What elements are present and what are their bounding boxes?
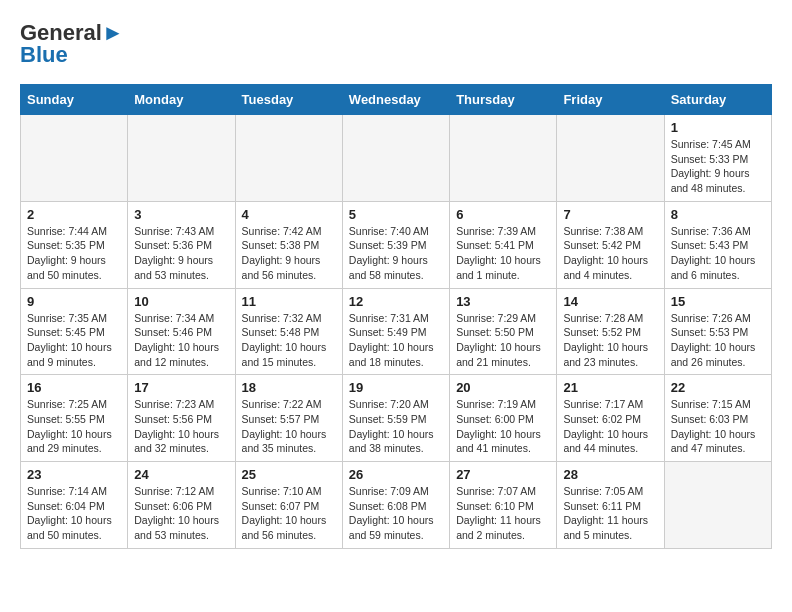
day-info: Sunrise: 7:40 AM Sunset: 5:39 PM Dayligh… xyxy=(349,224,443,283)
calendar-cell: 21Sunrise: 7:17 AM Sunset: 6:02 PM Dayli… xyxy=(557,375,664,462)
calendar-cell: 4Sunrise: 7:42 AM Sunset: 5:38 PM Daylig… xyxy=(235,201,342,288)
day-number: 18 xyxy=(242,380,336,395)
day-info: Sunrise: 7:12 AM Sunset: 6:06 PM Dayligh… xyxy=(134,484,228,543)
day-number: 5 xyxy=(349,207,443,222)
calendar-cell: 10Sunrise: 7:34 AM Sunset: 5:46 PM Dayli… xyxy=(128,288,235,375)
calendar-cell: 1Sunrise: 7:45 AM Sunset: 5:33 PM Daylig… xyxy=(664,115,771,202)
day-number: 19 xyxy=(349,380,443,395)
day-info: Sunrise: 7:39 AM Sunset: 5:41 PM Dayligh… xyxy=(456,224,550,283)
day-number: 11 xyxy=(242,294,336,309)
calendar-cell: 24Sunrise: 7:12 AM Sunset: 6:06 PM Dayli… xyxy=(128,462,235,549)
calendar-cell: 25Sunrise: 7:10 AM Sunset: 6:07 PM Dayli… xyxy=(235,462,342,549)
day-info: Sunrise: 7:07 AM Sunset: 6:10 PM Dayligh… xyxy=(456,484,550,543)
day-info: Sunrise: 7:05 AM Sunset: 6:11 PM Dayligh… xyxy=(563,484,657,543)
day-number: 25 xyxy=(242,467,336,482)
calendar-cell xyxy=(235,115,342,202)
day-number: 10 xyxy=(134,294,228,309)
calendar-week-row: 23Sunrise: 7:14 AM Sunset: 6:04 PM Dayli… xyxy=(21,462,772,549)
day-info: Sunrise: 7:38 AM Sunset: 5:42 PM Dayligh… xyxy=(563,224,657,283)
calendar-cell: 2Sunrise: 7:44 AM Sunset: 5:35 PM Daylig… xyxy=(21,201,128,288)
calendar-week-row: 1Sunrise: 7:45 AM Sunset: 5:33 PM Daylig… xyxy=(21,115,772,202)
day-number: 24 xyxy=(134,467,228,482)
calendar-cell: 12Sunrise: 7:31 AM Sunset: 5:49 PM Dayli… xyxy=(342,288,449,375)
day-number: 4 xyxy=(242,207,336,222)
day-info: Sunrise: 7:22 AM Sunset: 5:57 PM Dayligh… xyxy=(242,397,336,456)
calendar-cell: 22Sunrise: 7:15 AM Sunset: 6:03 PM Dayli… xyxy=(664,375,771,462)
calendar-cell: 28Sunrise: 7:05 AM Sunset: 6:11 PM Dayli… xyxy=(557,462,664,549)
calendar-cell: 3Sunrise: 7:43 AM Sunset: 5:36 PM Daylig… xyxy=(128,201,235,288)
day-info: Sunrise: 7:35 AM Sunset: 5:45 PM Dayligh… xyxy=(27,311,121,370)
weekday-header: Sunday xyxy=(21,85,128,115)
day-number: 22 xyxy=(671,380,765,395)
weekday-header: Thursday xyxy=(450,85,557,115)
day-number: 15 xyxy=(671,294,765,309)
day-info: Sunrise: 7:23 AM Sunset: 5:56 PM Dayligh… xyxy=(134,397,228,456)
day-info: Sunrise: 7:26 AM Sunset: 5:53 PM Dayligh… xyxy=(671,311,765,370)
day-number: 9 xyxy=(27,294,121,309)
page-header: General► Blue xyxy=(20,20,772,68)
day-info: Sunrise: 7:25 AM Sunset: 5:55 PM Dayligh… xyxy=(27,397,121,456)
calendar-cell xyxy=(128,115,235,202)
day-info: Sunrise: 7:43 AM Sunset: 5:36 PM Dayligh… xyxy=(134,224,228,283)
day-info: Sunrise: 7:29 AM Sunset: 5:50 PM Dayligh… xyxy=(456,311,550,370)
calendar-week-row: 9Sunrise: 7:35 AM Sunset: 5:45 PM Daylig… xyxy=(21,288,772,375)
day-info: Sunrise: 7:20 AM Sunset: 5:59 PM Dayligh… xyxy=(349,397,443,456)
day-number: 27 xyxy=(456,467,550,482)
day-number: 1 xyxy=(671,120,765,135)
day-number: 28 xyxy=(563,467,657,482)
calendar-cell: 23Sunrise: 7:14 AM Sunset: 6:04 PM Dayli… xyxy=(21,462,128,549)
weekday-header: Friday xyxy=(557,85,664,115)
day-number: 17 xyxy=(134,380,228,395)
weekday-header: Saturday xyxy=(664,85,771,115)
calendar-cell: 26Sunrise: 7:09 AM Sunset: 6:08 PM Dayli… xyxy=(342,462,449,549)
weekday-header: Tuesday xyxy=(235,85,342,115)
calendar-cell: 15Sunrise: 7:26 AM Sunset: 5:53 PM Dayli… xyxy=(664,288,771,375)
day-info: Sunrise: 7:14 AM Sunset: 6:04 PM Dayligh… xyxy=(27,484,121,543)
calendar-cell xyxy=(557,115,664,202)
day-info: Sunrise: 7:09 AM Sunset: 6:08 PM Dayligh… xyxy=(349,484,443,543)
calendar-cell: 18Sunrise: 7:22 AM Sunset: 5:57 PM Dayli… xyxy=(235,375,342,462)
day-info: Sunrise: 7:10 AM Sunset: 6:07 PM Dayligh… xyxy=(242,484,336,543)
day-info: Sunrise: 7:19 AM Sunset: 6:00 PM Dayligh… xyxy=(456,397,550,456)
day-number: 14 xyxy=(563,294,657,309)
day-info: Sunrise: 7:34 AM Sunset: 5:46 PM Dayligh… xyxy=(134,311,228,370)
weekday-header: Wednesday xyxy=(342,85,449,115)
calendar-week-row: 16Sunrise: 7:25 AM Sunset: 5:55 PM Dayli… xyxy=(21,375,772,462)
day-number: 3 xyxy=(134,207,228,222)
day-info: Sunrise: 7:28 AM Sunset: 5:52 PM Dayligh… xyxy=(563,311,657,370)
calendar-cell xyxy=(450,115,557,202)
calendar-cell: 27Sunrise: 7:07 AM Sunset: 6:10 PM Dayli… xyxy=(450,462,557,549)
day-number: 6 xyxy=(456,207,550,222)
weekday-header: Monday xyxy=(128,85,235,115)
day-number: 21 xyxy=(563,380,657,395)
calendar-cell: 6Sunrise: 7:39 AM Sunset: 5:41 PM Daylig… xyxy=(450,201,557,288)
calendar-cell xyxy=(21,115,128,202)
calendar-cell: 14Sunrise: 7:28 AM Sunset: 5:52 PM Dayli… xyxy=(557,288,664,375)
day-number: 13 xyxy=(456,294,550,309)
calendar-cell: 5Sunrise: 7:40 AM Sunset: 5:39 PM Daylig… xyxy=(342,201,449,288)
calendar-cell: 17Sunrise: 7:23 AM Sunset: 5:56 PM Dayli… xyxy=(128,375,235,462)
calendar-cell: 11Sunrise: 7:32 AM Sunset: 5:48 PM Dayli… xyxy=(235,288,342,375)
calendar-cell: 19Sunrise: 7:20 AM Sunset: 5:59 PM Dayli… xyxy=(342,375,449,462)
day-info: Sunrise: 7:44 AM Sunset: 5:35 PM Dayligh… xyxy=(27,224,121,283)
day-number: 23 xyxy=(27,467,121,482)
calendar-cell: 7Sunrise: 7:38 AM Sunset: 5:42 PM Daylig… xyxy=(557,201,664,288)
day-number: 26 xyxy=(349,467,443,482)
calendar-table: SundayMondayTuesdayWednesdayThursdayFrid… xyxy=(20,84,772,549)
day-number: 2 xyxy=(27,207,121,222)
weekday-header-row: SundayMondayTuesdayWednesdayThursdayFrid… xyxy=(21,85,772,115)
logo: General► Blue xyxy=(20,20,124,68)
calendar-cell: 13Sunrise: 7:29 AM Sunset: 5:50 PM Dayli… xyxy=(450,288,557,375)
day-number: 16 xyxy=(27,380,121,395)
day-info: Sunrise: 7:15 AM Sunset: 6:03 PM Dayligh… xyxy=(671,397,765,456)
calendar-week-row: 2Sunrise: 7:44 AM Sunset: 5:35 PM Daylig… xyxy=(21,201,772,288)
day-info: Sunrise: 7:31 AM Sunset: 5:49 PM Dayligh… xyxy=(349,311,443,370)
day-number: 7 xyxy=(563,207,657,222)
calendar-cell xyxy=(664,462,771,549)
day-info: Sunrise: 7:17 AM Sunset: 6:02 PM Dayligh… xyxy=(563,397,657,456)
calendar-cell: 9Sunrise: 7:35 AM Sunset: 5:45 PM Daylig… xyxy=(21,288,128,375)
day-number: 8 xyxy=(671,207,765,222)
day-number: 12 xyxy=(349,294,443,309)
day-info: Sunrise: 7:32 AM Sunset: 5:48 PM Dayligh… xyxy=(242,311,336,370)
day-info: Sunrise: 7:45 AM Sunset: 5:33 PM Dayligh… xyxy=(671,137,765,196)
